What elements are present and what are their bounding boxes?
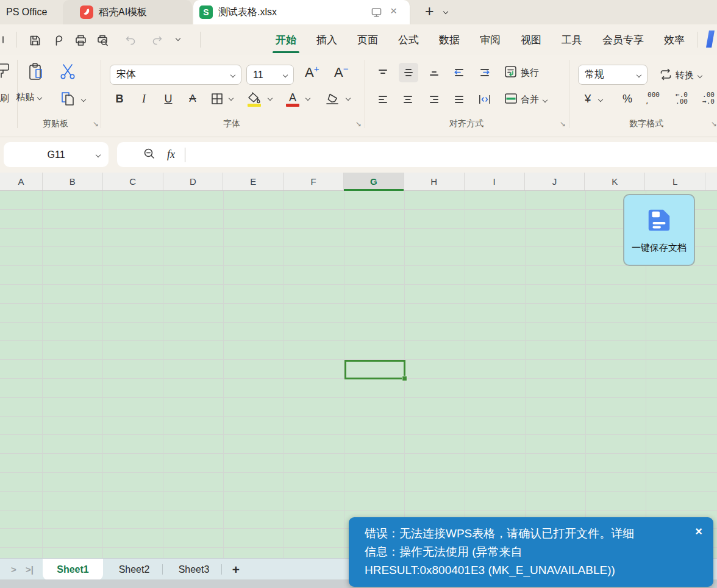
print-icon[interactable]: [73, 32, 88, 48]
fill-handle[interactable]: [402, 376, 407, 381]
sheet-nav-next-icon[interactable]: >: [11, 559, 16, 580]
column-header-J[interactable]: J: [525, 173, 585, 190]
spreadsheet-grid[interactable]: [0, 191, 717, 558]
column-header-G[interactable]: G: [344, 173, 404, 190]
menu-tab-data[interactable]: 数据: [439, 33, 460, 47]
percent-style-icon[interactable]: %: [619, 90, 635, 107]
clear-format-icon[interactable]: [323, 89, 341, 107]
align-center-icon[interactable]: [399, 90, 417, 109]
borders-chevron-icon[interactable]: [229, 96, 234, 101]
distributed-align-icon[interactable]: [476, 90, 494, 109]
align-left-icon[interactable]: [374, 90, 392, 109]
sheet-tab-sheet1[interactable]: Sheet1: [43, 559, 103, 580]
italic-button[interactable]: I: [135, 90, 152, 107]
currency-icon[interactable]: ¥: [580, 90, 595, 107]
align-top-icon[interactable]: [374, 63, 392, 82]
fill-color-chevron-icon[interactable]: [268, 96, 273, 101]
sheet-tab-sheet3[interactable]: Sheet3: [169, 559, 218, 580]
column-header-I[interactable]: I: [465, 173, 525, 190]
column-header-H[interactable]: H: [404, 173, 465, 190]
menu-tab-membership[interactable]: 会员专享: [602, 33, 644, 47]
align-middle-icon[interactable]: [399, 63, 418, 82]
borders-icon[interactable]: [209, 90, 226, 107]
column-header-F[interactable]: F: [284, 173, 344, 190]
number-format-select[interactable]: 常规: [578, 65, 647, 85]
alignment-expand-icon[interactable]: ↘: [560, 120, 566, 128]
justify-icon[interactable]: [450, 90, 468, 109]
align-right-icon[interactable]: [425, 90, 443, 109]
monitor-icon[interactable]: [371, 7, 382, 21]
wrap-text-icon[interactable]: [502, 63, 519, 81]
font-family-select[interactable]: 宋体: [110, 65, 241, 85]
decrease-decimal-icon[interactable]: .00 →.0: [695, 91, 717, 105]
merge-cells-button[interactable]: 合并: [521, 94, 547, 106]
wrap-text-label[interactable]: 换行: [521, 67, 539, 79]
font-color-chevron-icon[interactable]: [305, 96, 310, 101]
column-header-L[interactable]: L: [645, 173, 705, 190]
menu-tab-view[interactable]: 视图: [521, 33, 541, 47]
clipboard-expand-icon[interactable]: ↘: [93, 120, 99, 128]
font-size-select[interactable]: 11: [246, 65, 294, 85]
export-icon[interactable]: [50, 32, 66, 48]
tab-wps-office-home[interactable]: PS Office: [0, 0, 55, 24]
column-header-E[interactable]: E: [223, 173, 284, 190]
new-tab-button[interactable]: +: [425, 2, 434, 20]
column-header-A[interactable]: A: [0, 173, 43, 190]
convert-button[interactable]: 转换: [676, 70, 702, 81]
tab-list-chevron-icon[interactable]: [443, 9, 448, 14]
one-click-save-panel[interactable]: 一键保存文档: [623, 194, 695, 266]
menu-tab-efficiency[interactable]: 效率: [664, 33, 685, 47]
redo-icon[interactable]: [149, 32, 165, 48]
tab-docer-templates[interactable]: 稻壳AI模板: [63, 0, 192, 24]
formula-input[interactable]: fx: [117, 142, 717, 167]
bold-button[interactable]: B: [111, 90, 128, 107]
sheet-nav-last-icon[interactable]: >|: [26, 559, 34, 580]
menu-tab-formula[interactable]: 公式: [398, 33, 419, 47]
tab-active-document[interactable]: S 测试表格.xlsx ×: [193, 0, 410, 24]
column-header-C[interactable]: C: [103, 173, 163, 190]
menu-tab-page[interactable]: 页面: [357, 33, 378, 47]
print-preview-icon[interactable]: [95, 32, 110, 48]
name-box[interactable]: G11: [4, 142, 109, 167]
number-expand-icon[interactable]: ↘: [711, 120, 717, 128]
comma-style-icon[interactable]: 000 ,: [640, 91, 667, 105]
menu-tab-tools[interactable]: 工具: [562, 33, 582, 47]
fill-color-icon[interactable]: [245, 88, 263, 107]
quick-access-chevron-icon[interactable]: [176, 36, 180, 41]
column-header-K[interactable]: K: [585, 173, 645, 190]
format-painter-icon[interactable]: [0, 62, 10, 83]
increase-font-size-button[interactable]: A+: [305, 65, 319, 81]
copy-icon[interactable]: [59, 89, 77, 109]
undo-icon[interactable]: [123, 32, 138, 48]
paste-icon[interactable]: [24, 60, 48, 84]
increase-decimal-icon[interactable]: ←.0 .00: [668, 91, 695, 105]
strikethrough-button[interactable]: A: [184, 90, 201, 107]
cut-icon[interactable]: [57, 61, 78, 82]
align-bottom-icon[interactable]: [425, 63, 443, 82]
menu-tab-review[interactable]: 审阅: [480, 33, 501, 47]
tab-close-icon[interactable]: ×: [390, 4, 397, 18]
menu-tab-home[interactable]: 开始: [276, 33, 296, 47]
add-sheet-button[interactable]: +: [227, 559, 245, 580]
column-header-D[interactable]: D: [163, 173, 224, 190]
save-icon[interactable]: [27, 32, 43, 48]
clear-format-chevron-icon[interactable]: [346, 96, 351, 101]
increase-indent-icon[interactable]: [476, 63, 494, 82]
merge-cells-icon[interactable]: [502, 90, 519, 107]
column-header-B[interactable]: B: [43, 173, 103, 190]
paste-button[interactable]: 粘贴: [16, 91, 41, 103]
zoom-search-icon[interactable]: [143, 147, 156, 163]
fx-icon[interactable]: fx: [167, 148, 175, 161]
copy-chevron-icon[interactable]: [81, 97, 86, 102]
currency-chevron-icon[interactable]: [598, 97, 603, 102]
decrease-indent-icon[interactable]: [450, 63, 468, 82]
toast-close-icon[interactable]: ×: [694, 521, 704, 542]
decrease-font-size-button[interactable]: A−: [334, 65, 348, 81]
sheet-tab-sheet2[interactable]: Sheet2: [110, 559, 159, 580]
column-header-partial[interactable]: [705, 173, 717, 190]
menu-tab-insert[interactable]: 插入: [316, 33, 337, 47]
font-expand-icon[interactable]: ↘: [355, 120, 362, 128]
underline-button[interactable]: U: [160, 90, 177, 107]
convert-icon[interactable]: [657, 66, 674, 83]
font-color-icon[interactable]: A: [284, 88, 301, 107]
